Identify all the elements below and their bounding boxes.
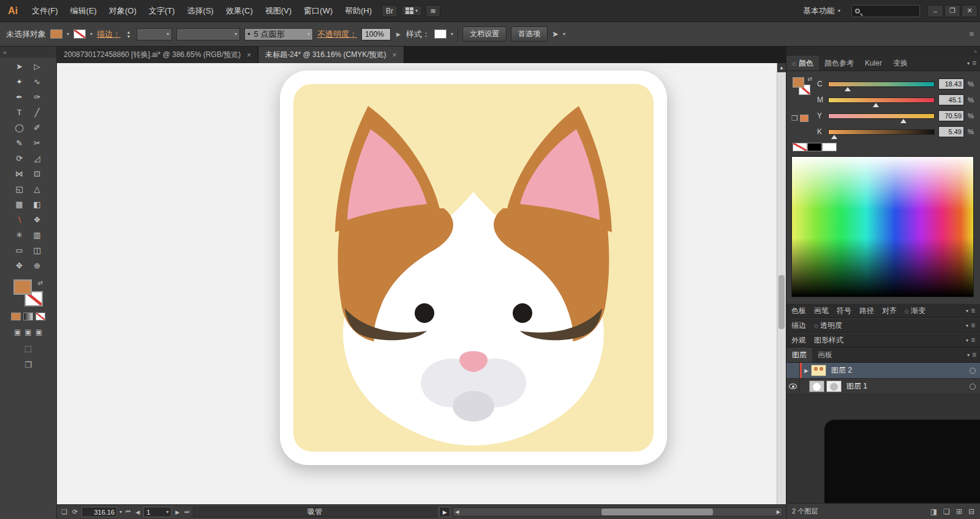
line-segment-tool[interactable]: ╱ [28,105,46,120]
fill-proxy-swatch[interactable] [793,77,804,88]
make-clip-mask-icon[interactable]: ◨ [930,507,937,516]
eyedropper-tool[interactable]: ∖ [10,212,28,227]
none-button[interactable] [36,313,45,320]
artboard-tool[interactable]: ▭ [10,243,28,258]
direct-selection-tool[interactable]: ▷ [28,59,46,74]
screen-mode-icon[interactable]: ❐ [24,360,32,369]
tab-transform[interactable]: 变换 [888,56,913,70]
zoom-level-input[interactable]: 316.16 [81,507,117,517]
opacity-panel-link[interactable]: 不透明度： [317,29,357,40]
visibility-toggle[interactable] [786,379,800,394]
shape-builder-tool[interactable]: ◱ [10,181,28,197]
collapse-panel-icon[interactable]: « [3,49,7,56]
last-artboard-icon[interactable]: ⏭ [183,509,190,515]
scroll-left-icon[interactable]: ◀ [455,509,459,515]
chevron-down-icon[interactable] [451,31,453,37]
tab-color-guide[interactable]: 颜色参考 [819,56,859,70]
close-icon[interactable]: × [247,51,251,59]
panel-menu-icon[interactable]: ≡ [966,336,975,344]
preferences-button[interactable]: 首选项 [511,26,548,42]
scroll-up-icon[interactable]: ▲ [777,63,786,72]
workspace-switcher[interactable]: 基本功能 [798,4,845,18]
hand-tool[interactable]: ✥ [10,258,28,273]
none-chip[interactable] [793,143,807,151]
prev-artboard-icon[interactable]: ◀ [134,509,141,515]
chevron-down-icon[interactable] [563,31,565,37]
control-panel-menu-icon[interactable]: ≡ [969,29,974,39]
ellipse-tool[interactable]: ◯ [10,120,28,135]
slider-thumb[interactable] [900,119,907,123]
magenta-slider[interactable] [828,97,935,103]
swap-fill-stroke-icon[interactable]: ⇄ [38,279,43,286]
stroke-weight-stepper[interactable]: ▲▼ [125,30,132,39]
black-chip[interactable] [807,143,822,151]
document-tab-1[interactable]: 2008730172458860 [转换].ai* @ 386.65% (RGB… [57,47,258,63]
panel-menu-icon[interactable]: ≡ [966,321,975,330]
stroke-color-swatch[interactable] [74,29,86,39]
symbol-sprayer-tool[interactable]: ✳ [10,227,28,243]
fill-color-box[interactable] [13,279,32,295]
bridge-button[interactable]: Br [382,5,398,17]
swap-fill-stroke-icon[interactable]: ⇄ [807,76,812,82]
layer-row-2[interactable]: ▶ 图层 2 [786,363,980,379]
width-tool[interactable]: ⋈ [10,166,28,181]
selection-tool[interactable]: ➤ [10,59,28,74]
layer-row-1[interactable]: 图层 1 [786,379,980,395]
menu-window[interactable]: 窗口(W) [298,0,339,21]
draw-inside-icon[interactable]: ▣ [36,328,42,336]
style-swatch[interactable] [434,29,447,39]
tab-appearance[interactable]: 外观 [791,335,806,346]
visibility-toggle[interactable] [786,363,800,378]
collapse-dock-icon[interactable]: » [974,48,977,55]
vertical-scrollbar[interactable]: ▲ [777,63,786,504]
scissors-tool[interactable]: ✂ [28,135,46,151]
panel-menu-icon[interactable]: ≡ [966,306,975,315]
draw-normal-icon[interactable]: ▣ [14,328,21,336]
target-circle-icon[interactable] [970,368,976,374]
menu-type[interactable]: 文字(T) [143,0,181,21]
free-transform-tool[interactable]: ⊡ [28,166,46,181]
tab-swatches[interactable]: 色板 [791,306,806,316]
menu-view[interactable]: 视图(V) [259,0,298,21]
white-chip[interactable] [822,143,837,151]
rotate-tool[interactable]: ⟳ [10,151,28,166]
stroke-weight-dropdown[interactable] [137,28,172,40]
menu-effect[interactable]: 效果(C) [220,0,259,21]
delete-layer-icon[interactable]: ⊟ [968,507,974,516]
chevron-right-icon[interactable]: ▶ [395,31,402,37]
in-gamut-color-chip[interactable] [800,115,809,122]
lasso-tool[interactable]: ∿ [28,74,46,89]
gradient-button[interactable] [23,313,33,320]
brush-definition-dropdown[interactable]: •5 点圆形 [244,28,313,40]
yellow-slider[interactable] [828,113,935,119]
cs-live-button[interactable]: ≋ [426,5,440,17]
scale-tool[interactable]: ◿ [28,151,46,166]
pen-tool[interactable]: ✒ [10,89,28,105]
target-circle-icon[interactable] [970,384,976,390]
close-button[interactable]: ✕ [962,5,978,17]
next-artboard-icon[interactable]: ▶ [174,509,181,515]
horizontal-scrollbar[interactable]: ◀ ▶ [453,507,783,517]
type-tool[interactable]: T [10,105,28,120]
out-of-gamut-warning[interactable]: ❒ [791,114,809,123]
minimize-button[interactable]: – [927,5,943,17]
vertical-scroll-thumb[interactable] [778,275,785,329]
stroke-panel-link[interactable]: 描边： [97,29,121,40]
yellow-value-input[interactable]: 70.59 [938,110,964,121]
tab-gradient[interactable]: 渐变 [905,306,925,316]
tab-align[interactable]: 对齐 [882,306,897,316]
zoom-tool[interactable]: ⊕ [28,258,46,273]
tab-color[interactable]: 颜色 [786,56,819,70]
pencil-tool[interactable]: ✎ [10,135,28,151]
cyan-slider[interactable] [828,81,935,87]
menu-file[interactable]: 文件(F) [26,0,64,21]
tab-transparency[interactable]: 透明度 [814,320,842,331]
menu-edit[interactable]: 编辑(E) [64,0,103,21]
add-anchor-point-tool[interactable]: ✑ [28,89,46,105]
variable-width-profile-dropdown[interactable] [176,28,240,40]
cyan-value-input[interactable]: 18.43 [938,78,964,89]
column-graph-tool[interactable]: ▥ [28,227,46,243]
slider-thumb[interactable] [845,87,851,91]
slider-thumb[interactable] [873,103,879,107]
change-screen-mode-icon[interactable]: ⬚ [24,344,32,353]
